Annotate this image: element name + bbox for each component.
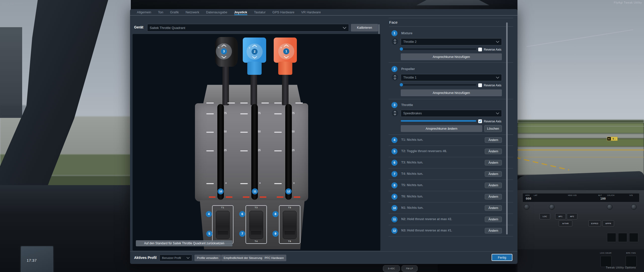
badge-4-list: 4 [391, 137, 397, 143]
device-dropdown[interactable]: Saitek Throttle Quadrant [147, 24, 349, 31]
fcu-label-lvlch: LVL/CH [607, 194, 615, 196]
joystick-settings-dialog: Allgemein Ton Grafik Netzwerk Datenausga… [130, 9, 517, 264]
axis-overlay-3[interactable]: Y 3 [216, 43, 232, 59]
switch-plate-2: T3 T4 [246, 205, 267, 244]
lever-stem-right [282, 72, 289, 105]
reverse-axis-checkbox[interactable] [478, 119, 482, 123]
lever-stem-middle [251, 72, 257, 105]
fcu-loc-button: LOC [540, 213, 550, 219]
badge-12: 12 [286, 188, 292, 194]
pedestal-screen-2: FM-LP [401, 265, 418, 272]
change-button[interactable]: Ändern [485, 149, 502, 154]
add-response-curve-button[interactable]: Ansprechkurve hinzufügen [401, 53, 502, 60]
axis-slider-knob[interactable] [400, 47, 403, 51]
axis-section-propeller: 2 Propeller Y Throttle 1 Reverse Axis An… [389, 62, 513, 99]
right-pane-scrollbar[interactable] [506, 22, 508, 234]
reset-defaults-button[interactable]: Auf den Standard für Saitek Throttle Qua… [136, 240, 232, 246]
tab-gps-hardware[interactable]: GPS Hardware [272, 9, 294, 15]
change-button[interactable]: Ändern [485, 137, 502, 143]
axis-hint-label: Y [280, 47, 282, 49]
badge-6: 6 [239, 211, 245, 217]
badge-8-list: 8 [391, 182, 397, 188]
axis-slider[interactable] [401, 48, 476, 50]
rocker-switch-1 [216, 211, 230, 239]
tab-ton[interactable]: Ton [158, 9, 163, 15]
reverse-axis-checkbox[interactable] [478, 48, 482, 51]
button-rows: 4 T1: Nichts tun. Ändern 5 T2: Toggle th… [389, 134, 513, 236]
badge-4: 4 [206, 211, 212, 217]
change-button[interactable]: Ändern [485, 160, 502, 165]
switch-label-t6: T6 [279, 240, 300, 243]
device-dropdown-value: Saitek Throttle Quadrant [150, 26, 185, 30]
axis-label: Propeller [401, 66, 415, 72]
tab-vr-hardware[interactable]: VR Hardware [301, 9, 321, 15]
axis-dropdown[interactable]: Throttle 1 [401, 74, 502, 81]
brk-fan-label: BRK FAN [626, 252, 636, 254]
edit-response-curve-button[interactable]: Ansprechkurve ändern [401, 125, 482, 132]
taxi-sign-k: K [607, 137, 611, 141]
calibrate-button[interactable]: Kalibrieren [351, 24, 378, 31]
lever-stem-left [222, 64, 229, 105]
chevron-down-icon [252, 56, 257, 59]
fcu-display: HDG LAT 000 HDG V/S ALT LVL/CH V/S 100 [522, 193, 639, 202]
axis-dropdown[interactable]: Speedbrakes [401, 110, 502, 117]
axis-dropdown-value: Throttle 2 [403, 40, 417, 44]
fcu-knob-alt [607, 204, 613, 210]
tweak-options-link[interactable]: Tweak Utility Options [606, 266, 636, 269]
tab-tastatur[interactable]: Tastatur [254, 9, 266, 15]
tab-joystick[interactable]: Joystick [234, 9, 247, 15]
manage-profiles-button[interactable]: Profile verwalten [194, 255, 221, 261]
chevron-down-icon [496, 112, 499, 114]
app-title: FlyAgi Tweak Utility [614, 1, 642, 4]
tab-grafik[interactable]: Grafik [170, 9, 179, 15]
tab-netzwerk[interactable]: Netzwerk [186, 9, 199, 15]
done-button[interactable]: Fertig [492, 254, 512, 261]
axis-label: Throttle [401, 102, 413, 108]
delete-curve-button[interactable]: Löschen [484, 125, 502, 132]
axis-slider-knob[interactable] [400, 83, 403, 86]
badge-2: 2 [252, 49, 258, 55]
tab-datenausgabe[interactable]: Datenausgabe [206, 9, 227, 15]
fcu-knob-hdg [549, 204, 555, 210]
axis-y-icon[interactable]: Y [392, 110, 398, 116]
badge-3: 3 [221, 48, 227, 54]
badge-11: 11 [252, 188, 258, 194]
axis-y-icon[interactable]: Y [392, 38, 398, 45]
axis-overlay-2[interactable]: Y 2 [247, 44, 263, 60]
taxiway-near [517, 147, 644, 175]
axis-y-icon[interactable]: Y [392, 74, 398, 81]
tab-allgemein[interactable]: Allgemein [137, 9, 151, 15]
reverse-axis-label: Reverse Axis [484, 48, 501, 51]
button-row-n3: 12 N3: Hold thrust reverse at max #1. Än… [389, 225, 513, 236]
profile-dropdown[interactable]: Benutzer Profil [159, 255, 192, 261]
badge-12-list: 12 [391, 228, 397, 234]
badge-10-list: 10 [391, 205, 397, 211]
row-label: N1: Nichts tun. [401, 206, 423, 210]
pfc-hardware-button[interactable]: PFC Hardware [262, 255, 286, 261]
axis-overlay-1[interactable]: Y 1 [278, 43, 294, 59]
axis-dropdown[interactable]: Throttle 2 [401, 38, 502, 45]
change-button[interactable]: Ändern [485, 183, 502, 188]
svg-text:Y: Y [394, 112, 396, 114]
row-label: T5: Nichts tun. [401, 183, 423, 187]
change-button[interactable]: Ändern [485, 171, 502, 177]
axis-slider-fill[interactable] [401, 120, 476, 122]
control-sensitivity-button[interactable]: Empfindlichkeit der Steuerung [221, 255, 265, 261]
badge-2-list: 2 [391, 66, 397, 72]
add-response-curve-button[interactable]: Ansprechkurve hinzufügen [401, 89, 502, 96]
change-button[interactable]: Ändern [485, 217, 502, 222]
efb-clock: 17:37 [27, 258, 37, 262]
change-button[interactable]: Ändern [485, 228, 502, 233]
fps-counter: FPS 30 +++++ [3, 2, 24, 5]
change-button[interactable]: Ändern [485, 194, 502, 199]
reverse-axis-label: Reverse Axis [484, 120, 501, 123]
button-row-n2: 11 N2: Hold thrust reverse at max #2. Än… [389, 214, 513, 225]
axis-section-throttle: 3 Throttle Y Speedbrakes Reverse Axis [389, 99, 513, 135]
badge-11-list: 11 [391, 216, 397, 222]
row-label: T2: Toggle thrust reversers #8. [401, 149, 447, 153]
row-label: T3: Nichts tun. [401, 161, 423, 164]
reverse-axis-checkbox[interactable] [478, 83, 482, 87]
axis-slider[interactable] [401, 84, 476, 86]
ldg-gear-switch [600, 256, 612, 267]
change-button[interactable]: Ändern [485, 205, 502, 211]
